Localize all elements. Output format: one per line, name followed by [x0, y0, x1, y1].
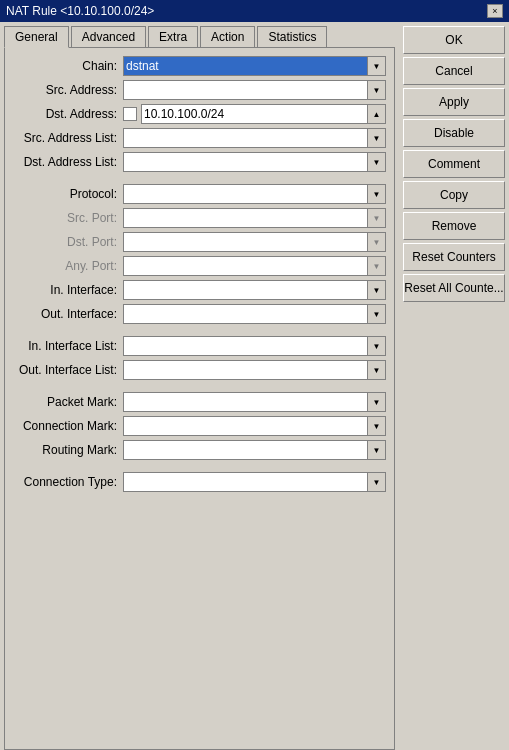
title-bar: NAT Rule <10.10.100.0/24> × [0, 0, 509, 22]
routing-mark-dropdown-btn[interactable]: ▼ [368, 440, 386, 460]
dst-address-list-row: Dst. Address List: ▼ [13, 152, 386, 172]
dst-port-dropdown-btn[interactable]: ▼ [368, 232, 386, 252]
out-interface-row: Out. Interface: ▼ [13, 304, 386, 324]
reset-counters-button[interactable]: Reset Counters [403, 243, 505, 271]
form-panel: Chain: dstnat ▼ Src. Address: ▼ Dst. Add… [4, 47, 395, 750]
any-port-label: Any. Port: [13, 259, 123, 273]
dst-address-list-input[interactable] [123, 152, 368, 172]
tab-general[interactable]: General [4, 26, 69, 48]
dst-address-checkbox[interactable] [123, 107, 137, 121]
routing-mark-input[interactable] [123, 440, 368, 460]
protocol-label: Protocol: [13, 187, 123, 201]
action-panel: OK Cancel Apply Disable Comment Copy Rem… [399, 22, 509, 750]
out-interface-label: Out. Interface: [13, 307, 123, 321]
dst-address-list-label: Dst. Address List: [13, 155, 123, 169]
window-title: NAT Rule <10.10.100.0/24> [6, 4, 154, 18]
chain-label: Chain: [13, 59, 123, 73]
out-interface-list-input[interactable] [123, 360, 368, 380]
in-interface-list-label: In. Interface List: [13, 339, 123, 353]
connection-type-row: Connection Type: ▼ [13, 472, 386, 492]
in-interface-input[interactable] [123, 280, 368, 300]
chain-row: Chain: dstnat ▼ [13, 56, 386, 76]
in-interface-row: In. Interface: ▼ [13, 280, 386, 300]
copy-button[interactable]: Copy [403, 181, 505, 209]
any-port-dropdown-btn[interactable]: ▼ [368, 256, 386, 276]
tab-action[interactable]: Action [200, 26, 255, 47]
connection-type-input[interactable] [123, 472, 368, 492]
protocol-input[interactable] [123, 184, 368, 204]
dst-port-row: Dst. Port: ▼ [13, 232, 386, 252]
src-address-list-label: Src. Address List: [13, 131, 123, 145]
cancel-button[interactable]: Cancel [403, 57, 505, 85]
routing-mark-row: Routing Mark: ▼ [13, 440, 386, 460]
protocol-row: Protocol: ▼ [13, 184, 386, 204]
protocol-dropdown-btn[interactable]: ▼ [368, 184, 386, 204]
packet-mark-label: Packet Mark: [13, 395, 123, 409]
src-address-list-dropdown-btn[interactable]: ▼ [368, 128, 386, 148]
src-port-input[interactable] [123, 208, 368, 228]
in-interface-list-input[interactable] [123, 336, 368, 356]
chain-input[interactable]: dstnat [123, 56, 368, 76]
chain-dropdown-btn[interactable]: ▼ [368, 56, 386, 76]
connection-type-dropdown-btn[interactable]: ▼ [368, 472, 386, 492]
connection-mark-dropdown-btn[interactable]: ▼ [368, 416, 386, 436]
src-address-list-row: Src. Address List: ▼ [13, 128, 386, 148]
tab-extra[interactable]: Extra [148, 26, 198, 47]
tab-statistics[interactable]: Statistics [257, 26, 327, 47]
dst-address-list-dropdown-btn[interactable]: ▼ [368, 152, 386, 172]
out-interface-list-label: Out. Interface List: [13, 363, 123, 377]
src-address-list-input[interactable] [123, 128, 368, 148]
in-interface-label: In. Interface: [13, 283, 123, 297]
connection-mark-row: Connection Mark: ▼ [13, 416, 386, 436]
tab-bar: General Advanced Extra Action Statistics [0, 22, 399, 47]
dst-address-input[interactable]: 10.10.100.0/24 [141, 104, 368, 124]
connection-mark-input[interactable] [123, 416, 368, 436]
packet-mark-row: Packet Mark: ▼ [13, 392, 386, 412]
src-address-label: Src. Address: [13, 83, 123, 97]
tab-advanced[interactable]: Advanced [71, 26, 146, 47]
routing-mark-label: Routing Mark: [13, 443, 123, 457]
connection-type-label: Connection Type: [13, 475, 123, 489]
dst-address-label: Dst. Address: [13, 107, 123, 121]
disable-button[interactable]: Disable [403, 119, 505, 147]
remove-button[interactable]: Remove [403, 212, 505, 240]
src-address-row: Src. Address: ▼ [13, 80, 386, 100]
packet-mark-input[interactable] [123, 392, 368, 412]
in-interface-list-dropdown-btn[interactable]: ▼ [368, 336, 386, 356]
dst-address-dropdown-btn[interactable]: ▲ [368, 104, 386, 124]
out-interface-input[interactable] [123, 304, 368, 324]
src-port-label: Src. Port: [13, 211, 123, 225]
reset-all-counters-button[interactable]: Reset All Counte... [403, 274, 505, 302]
out-interface-dropdown-btn[interactable]: ▼ [368, 304, 386, 324]
src-port-row: Src. Port: ▼ [13, 208, 386, 228]
dst-port-input[interactable] [123, 232, 368, 252]
src-address-dropdown-btn[interactable]: ▼ [368, 80, 386, 100]
src-port-dropdown-btn[interactable]: ▼ [368, 208, 386, 228]
close-button[interactable]: × [487, 4, 503, 18]
src-address-input[interactable] [123, 80, 368, 100]
apply-button[interactable]: Apply [403, 88, 505, 116]
out-interface-list-dropdown-btn[interactable]: ▼ [368, 360, 386, 380]
ok-button[interactable]: OK [403, 26, 505, 54]
any-port-row: Any. Port: ▼ [13, 256, 386, 276]
any-port-input[interactable] [123, 256, 368, 276]
in-interface-dropdown-btn[interactable]: ▼ [368, 280, 386, 300]
dst-address-row: Dst. Address: 10.10.100.0/24 ▲ [13, 104, 386, 124]
in-interface-list-row: In. Interface List: ▼ [13, 336, 386, 356]
comment-button[interactable]: Comment [403, 150, 505, 178]
out-interface-list-row: Out. Interface List: ▼ [13, 360, 386, 380]
dst-port-label: Dst. Port: [13, 235, 123, 249]
connection-mark-label: Connection Mark: [13, 419, 123, 433]
packet-mark-dropdown-btn[interactable]: ▼ [368, 392, 386, 412]
